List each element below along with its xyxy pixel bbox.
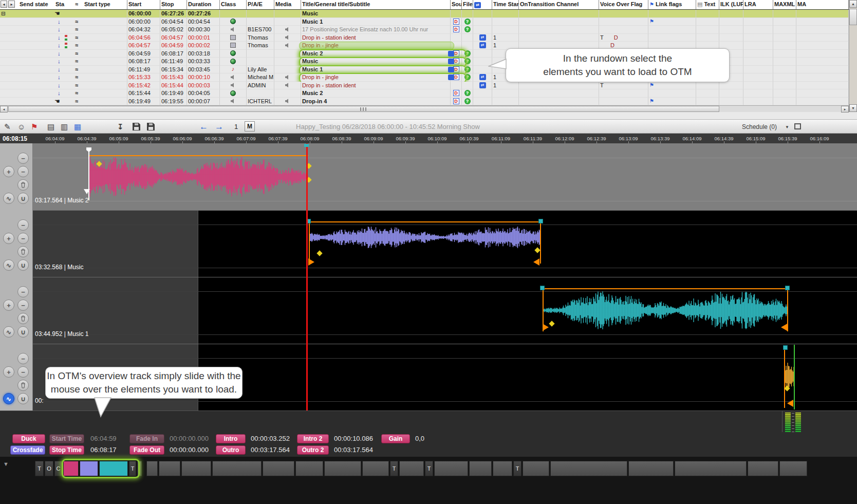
clip-edge[interactable] xyxy=(787,288,788,331)
overview-block[interactable] xyxy=(493,461,512,476)
col-lra[interactable]: LRA xyxy=(743,0,773,9)
overview-block[interactable]: T xyxy=(129,461,136,476)
chevron-down-icon[interactable]: ▼ xyxy=(785,125,789,129)
column-nav-right-button[interactable]: ▸ xyxy=(8,1,15,8)
col-media[interactable]: Media xyxy=(274,0,301,9)
overview-block[interactable] xyxy=(469,461,492,476)
track4-fadeout-button[interactable]: ∪ xyxy=(17,393,29,404)
overview-block[interactable] xyxy=(146,461,158,476)
fade-handle[interactable] xyxy=(308,258,314,266)
save-icon[interactable] xyxy=(133,123,140,130)
waveform-clip[interactable] xyxy=(88,153,308,200)
overview-block[interactable] xyxy=(212,461,262,476)
track3-fadein-button[interactable]: ∿ xyxy=(3,326,14,338)
overview-block[interactable]: T xyxy=(513,461,521,476)
scrollbar-thumb[interactable] xyxy=(8,106,719,112)
expand-icon[interactable]: ⊟ xyxy=(1,10,5,17)
clip-edge[interactable] xyxy=(540,221,541,264)
fade-in-button[interactable]: Fade In xyxy=(129,434,164,443)
col-stop[interactable]: Stop xyxy=(160,0,187,9)
envelope-handle[interactable] xyxy=(783,345,788,350)
overview-block[interactable] xyxy=(181,461,211,476)
col-sta[interactable]: Sta xyxy=(55,1,64,7)
open-panel-icon[interactable] xyxy=(794,123,801,129)
overview-block[interactable]: C xyxy=(54,461,62,476)
overview-block[interactable] xyxy=(550,461,627,476)
volume-envelope[interactable] xyxy=(309,221,541,222)
track3-fadeout-button[interactable]: ∪ xyxy=(17,326,29,338)
track3-delete-button[interactable] xyxy=(17,313,29,324)
playhead[interactable] xyxy=(306,143,308,410)
col-title[interactable]: Title/General title/Subtitle xyxy=(301,0,451,9)
overview-block[interactable] xyxy=(324,461,361,476)
duck-button[interactable]: Duck xyxy=(12,434,45,443)
col-sour[interactable]: Sour xyxy=(451,0,462,9)
timeline-ruler[interactable]: 06:08:15 06:04:0906:04:3906:05:0906:05:3… xyxy=(0,134,857,143)
fade-handle[interactable] xyxy=(787,400,793,407)
overview-block[interactable] xyxy=(362,461,389,476)
track4-delete-button[interactable] xyxy=(17,380,29,391)
fade-handle[interactable] xyxy=(543,324,549,331)
overview-block[interactable] xyxy=(628,461,674,476)
volume-envelope[interactable] xyxy=(543,288,788,289)
grid-icon[interactable]: ▦ xyxy=(74,122,81,132)
clip-marker[interactable] xyxy=(84,189,90,194)
intro2-button[interactable]: Intro 2 xyxy=(297,434,329,443)
outro-button[interactable]: Outro xyxy=(216,445,246,455)
table-row[interactable]: ⊟ ☚ ↓ ≈ 06:00:00 06:04:54 00:04:54 ♪ xyxy=(0,18,849,26)
overview-block[interactable] xyxy=(137,461,142,476)
table-row[interactable]: ⊟ ☚ ↓ ≈ 06:15:42 06:15:44 00:00:03 ♪ xyxy=(0,82,849,90)
track3-add-button[interactable]: + xyxy=(3,300,14,311)
track4-mute-button[interactable]: − xyxy=(17,353,29,364)
overview-block[interactable]: T xyxy=(35,461,44,476)
col-start-type[interactable]: Start type xyxy=(84,1,110,7)
overview-block[interactable] xyxy=(748,461,778,476)
col-pae[interactable]: P/A/E xyxy=(247,0,274,9)
paste-icon[interactable]: ▥ xyxy=(61,122,68,132)
track4-add-button[interactable]: + xyxy=(3,366,14,378)
overview-block[interactable]: O xyxy=(45,461,53,476)
fade-handle[interactable] xyxy=(533,258,539,266)
table-row[interactable]: ⊟ ☚ ↓ ≈ 06:00:00 06:27:26 00:27:26 ♪ xyxy=(0,10,849,18)
col-ilk[interactable]: ILK (LUF xyxy=(719,0,743,9)
col-send-state[interactable]: Send state xyxy=(20,1,48,7)
col-maxml[interactable]: MAXML xyxy=(773,0,796,9)
column-nav-left-button[interactable]: ◂ xyxy=(1,1,7,8)
overview-block[interactable] xyxy=(779,461,807,476)
drop-target-icon[interactable]: ↧ xyxy=(117,122,124,132)
col-ontransition[interactable]: OnTransition Channel xyxy=(519,0,599,9)
overview-block[interactable] xyxy=(434,461,468,476)
rundown-horizontal-scrollbar[interactable]: ◂ ▸ xyxy=(0,105,849,112)
table-row[interactable]: ⊟ ☚ ↓ ≈ 06:15:44 06:19:49 00:04:05 ♪ xyxy=(0,89,849,98)
col-text[interactable]: ▤ Text xyxy=(696,0,719,9)
track1-mute-button[interactable]: − xyxy=(17,153,29,164)
overview-block[interactable] xyxy=(80,461,98,476)
schedule-selector[interactable]: Schedule (0) xyxy=(742,123,777,130)
track2-add-button[interactable]: + xyxy=(3,233,14,244)
table-row[interactable]: ⊟ ☚ ↓ ≈ 06:19:49 06:19:55 00:00:07 ♪ xyxy=(0,98,849,106)
scrollbar-thumb[interactable] xyxy=(849,9,857,25)
col-load-flag[interactable]: ⇄ xyxy=(473,0,492,9)
save-plus-icon[interactable] xyxy=(147,123,155,130)
overview-block[interactable] xyxy=(63,461,79,476)
track2-remove-button[interactable]: − xyxy=(17,233,29,244)
clip-edge[interactable] xyxy=(784,347,785,408)
overview-block[interactable] xyxy=(675,461,747,476)
overview-block[interactable]: T xyxy=(425,461,433,476)
envelope-handle[interactable] xyxy=(785,286,790,290)
playhead-cap[interactable] xyxy=(304,144,309,147)
scroll-down-button[interactable]: ▼ xyxy=(849,104,857,112)
col-link-flags[interactable]: ⚑ Link flags xyxy=(648,0,696,9)
envelope-handle[interactable] xyxy=(540,286,545,290)
track2-mute-button[interactable]: − xyxy=(17,219,29,231)
overview-block[interactable] xyxy=(523,461,549,476)
track1-add-button[interactable]: + xyxy=(3,166,14,177)
waveform-clip[interactable] xyxy=(543,289,788,332)
overview-block[interactable] xyxy=(399,461,424,476)
table-row[interactable]: ⊟ ☚ ↓ ≈ 06:04:56 06:04:57 00:00:01 ♪ xyxy=(0,34,849,42)
rundown-vertical-scrollbar[interactable]: ▲ ▼ xyxy=(849,0,857,112)
start-time-button[interactable]: Start Time xyxy=(49,434,84,443)
scroll-up-button[interactable]: ▲ xyxy=(849,0,857,8)
copy-icon[interactable]: ▤ xyxy=(47,122,54,132)
col-voice-over-flag[interactable]: Voice Over Flag xyxy=(599,0,648,9)
